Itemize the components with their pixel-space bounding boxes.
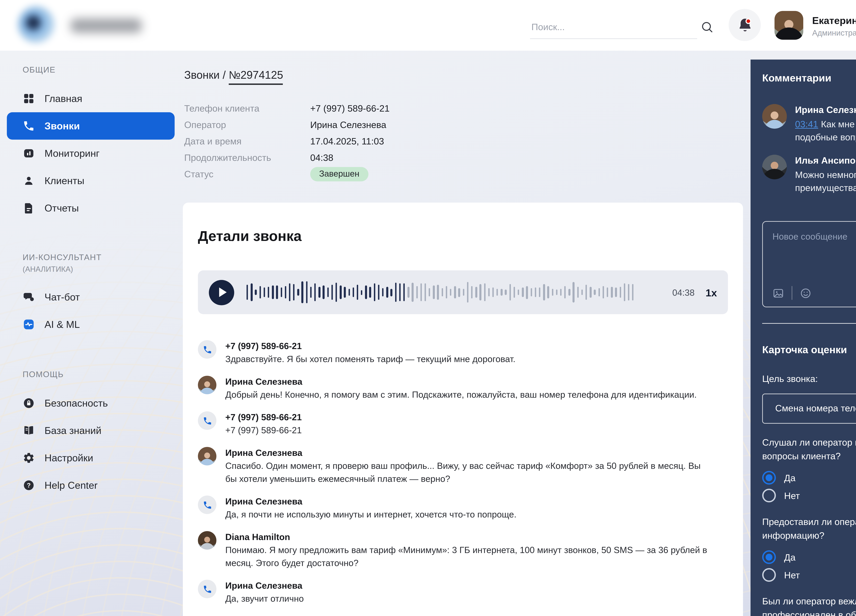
transcript-message: Ирина СелезневаДа, я почти не использую … — [198, 496, 728, 521]
waveform-bar — [259, 286, 261, 299]
waveform-bar — [395, 283, 397, 302]
sidebar-item-клиенты[interactable]: Клиенты — [0, 167, 182, 194]
waveform-bar — [539, 288, 540, 297]
sidebar-item-отчеты[interactable]: Отчеты — [0, 194, 182, 222]
waveform-bar — [344, 287, 346, 298]
waveform-bar — [619, 287, 621, 298]
waveform-bar — [513, 287, 515, 298]
call-info-row: Продолжительность04:38 — [184, 149, 568, 166]
speaker-name: +7 (997) 589-66-21 — [225, 411, 302, 424]
comment-author-name: Ирина Селезнева — [795, 104, 856, 116]
sidebar-item-help-center[interactable]: ?Help Center — [0, 472, 182, 499]
new-message-input[interactable] — [773, 231, 856, 241]
call-goal-value[interactable]: Смена номера телефона — [762, 393, 856, 424]
search-input[interactable] — [530, 19, 697, 39]
waveform-bar — [246, 285, 248, 300]
waveform-bar — [522, 287, 524, 297]
answer-option-да[interactable]: Да — [762, 472, 856, 484]
waveform-bar — [632, 284, 634, 301]
waveform-bar — [454, 286, 456, 298]
radio-button[interactable] — [762, 489, 776, 502]
waveform-bar — [310, 287, 312, 298]
sidebar-item-мониторинг[interactable]: Мониторинг — [0, 140, 182, 167]
option-label: Да — [784, 552, 796, 562]
waveform-bar — [526, 286, 528, 299]
settings-icon — [23, 452, 35, 464]
speaker-avatar — [198, 531, 216, 550]
play-button[interactable] — [209, 280, 234, 305]
waveform-bar — [577, 287, 579, 298]
brand-logo[interactable] — [18, 6, 55, 43]
notifications-button[interactable] — [729, 9, 761, 41]
answer-option-да[interactable]: Да — [762, 551, 856, 563]
sidebar-item-звонки[interactable]: Звонки — [7, 112, 175, 140]
waveform-bar — [615, 287, 617, 297]
emoji-icon[interactable] — [799, 286, 812, 300]
comment-item: Илья АнсиповМожно немного подробнее опис… — [762, 155, 856, 194]
speaker-name: Diana Hamilton — [225, 531, 708, 544]
waveform-bar — [488, 288, 490, 296]
waveform-bar — [276, 286, 278, 299]
sidebar-section-sublabel: (АНАЛИТИКА) — [0, 263, 182, 274]
attach-image-icon[interactable] — [772, 286, 785, 300]
new-message-box — [762, 221, 856, 307]
transcript-message: Ирина СелезневаДа, звучит отлично — [198, 580, 728, 605]
transcript-message: Diana HamiltonПонимаю. Я могу предложить… — [198, 531, 728, 570]
radio-button[interactable] — [762, 471, 776, 485]
radio-button[interactable] — [762, 568, 776, 582]
call-info-row: Телефон клиента+7 (997) 589-66-21 — [184, 100, 568, 116]
waveform-bar — [386, 287, 388, 298]
comments-title: Комментарии — [762, 72, 831, 83]
radio-button[interactable] — [762, 550, 776, 564]
playback-speed-button[interactable]: 1x — [705, 286, 717, 298]
sidebar-item-label: База знаний — [45, 425, 102, 436]
user-avatar[interactable] — [774, 11, 803, 40]
aiml-icon — [23, 318, 35, 330]
answer-option-нет[interactable]: Нет — [762, 489, 856, 502]
sidebar-item-настройки[interactable]: Настройки — [0, 444, 182, 472]
waveform-bar — [446, 286, 447, 298]
caller-phone-icon — [198, 340, 216, 359]
breadcrumb-current[interactable]: №2974125 — [229, 69, 283, 85]
breadcrumb-section[interactable]: Звонки — [184, 69, 220, 81]
sidebar-section-label: ИИ-КОНСУЛЬТАНТ — [0, 252, 182, 263]
info-label: Продолжительность — [184, 152, 310, 163]
info-value: Завершен — [310, 167, 368, 181]
waveform-bar — [314, 284, 316, 301]
message-text: Спасибо. Один момент, я проверю ваш проф… — [225, 459, 708, 485]
answer-option-нет[interactable]: Нет — [762, 569, 856, 581]
search-icon[interactable] — [700, 20, 714, 34]
waveform-bar — [543, 284, 545, 300]
sidebar-sections: ОБЩИЕГлавнаяЗвонкиМониторингКлиентыОтчет… — [0, 65, 182, 499]
sidebar-item-label: Звонки — [45, 120, 80, 131]
waveform-bar — [382, 288, 384, 297]
waveform-seekbar[interactable] — [246, 277, 663, 307]
sidebar-item-база-знаний[interactable]: База знаний — [0, 417, 182, 444]
question-text: Слушал ли оператор внимательно вопросы к… — [762, 436, 856, 463]
sidebar-item-главная[interactable]: Главная — [0, 85, 182, 112]
score-question: Предоставил ли оператор точную информаци… — [762, 515, 856, 581]
waveform-bar — [628, 284, 630, 300]
sidebar-item-ai-&-ml[interactable]: AI & ML — [0, 311, 182, 338]
info-value: 04:38 — [310, 152, 333, 163]
option-label: Да — [784, 473, 796, 483]
comment-item: Ирина Селезнева03:41Как мне лучше отвеча… — [762, 104, 856, 144]
waveform-bar — [268, 287, 269, 298]
waveform-bar — [323, 286, 325, 299]
comment-timestamp-link[interactable]: 03:41 — [795, 119, 818, 129]
transcript-message: +7 (997) 589-66-21+7 (997) 589-66-21 — [198, 411, 728, 437]
message-text: +7 (997) 589-66-21 — [225, 424, 302, 437]
info-label: Телефон клиента — [184, 103, 310, 113]
waveform-bar — [624, 284, 625, 301]
question-text: Предоставил ли оператор точную информаци… — [762, 515, 856, 543]
clients-icon — [23, 175, 35, 187]
info-value: Ирина Селезнева — [310, 120, 386, 130]
waveform-bar — [285, 286, 286, 298]
sidebar-item-безопасность[interactable]: Безопасность — [0, 389, 182, 417]
breadcrumb: Звонки / №2974125 — [184, 69, 283, 81]
sidebar-item-чат-бот[interactable]: Чат-бот — [0, 283, 182, 311]
speaker-name: +7 (997) 589-66-21 — [225, 340, 516, 352]
waveform-bar — [319, 287, 320, 298]
waveform-bar — [420, 284, 422, 301]
waveform-bar — [598, 288, 600, 296]
